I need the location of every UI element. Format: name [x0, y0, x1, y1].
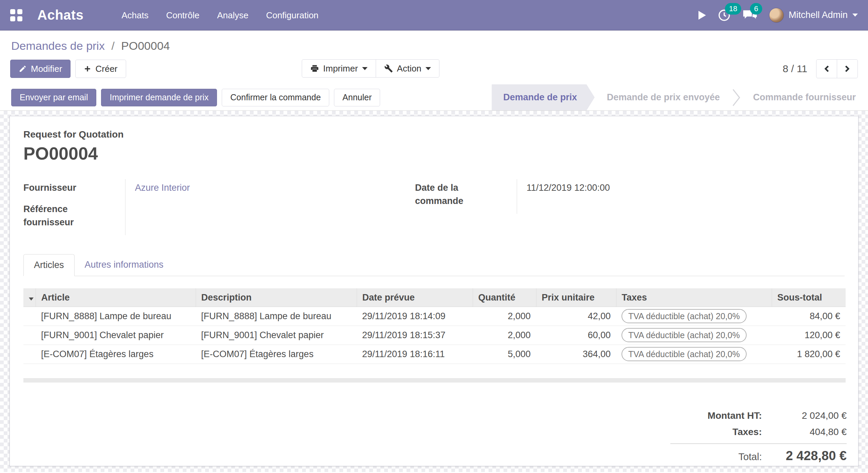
column-header-sous-total[interactable]: Sous-total — [772, 288, 846, 307]
totals-block: Montant HT: 2 024,00 € Taxes: 404,80 € T… — [670, 408, 847, 466]
confirmer-la-commande-button[interactable]: Confirmer la commande — [222, 89, 329, 106]
cell-date[interactable]: 29/11/2019 18:16:11 — [357, 345, 473, 364]
table-row[interactable]: [FURN_9001] Chevalet papier[FURN_9001] C… — [23, 326, 846, 345]
activities-button[interactable]: 18 — [717, 8, 731, 22]
cell-price[interactable]: 60,00 — [536, 326, 616, 345]
nav-menu-analyse[interactable]: Analyse — [210, 0, 256, 30]
wrench-icon — [384, 64, 393, 73]
printer-icon — [310, 64, 319, 73]
annuler-button[interactable]: Annuler — [334, 89, 380, 106]
cell-subtotal[interactable]: 84,00 € — [772, 307, 846, 326]
imprimer-demande-de-prix-button[interactable]: Imprimer demande de prix — [101, 89, 217, 106]
row-handle-header[interactable] — [23, 288, 36, 307]
vendor-ref-label: Référence fournisseur — [23, 201, 125, 235]
table-footer-bar — [23, 378, 846, 383]
taxes-value: 404,80 € — [762, 427, 847, 437]
nav-menu-configuration[interactable]: Configuration — [259, 0, 326, 30]
control-panel: Demandes de prix / PO00004 Modifier Crée… — [0, 30, 868, 78]
document-subtitle: Request for Quotation — [23, 129, 845, 140]
cell-tax[interactable]: TVA déductible (achat) 20,0% — [616, 326, 772, 345]
cell-description[interactable]: [E-COM07] Étagères larges — [196, 345, 357, 364]
column-header-description[interactable]: Description — [196, 288, 357, 307]
status-step-demande-de-prix[interactable]: Demande de prix — [492, 84, 595, 110]
status-step-commande-fournisseur[interactable]: Commande fournisseur — [741, 84, 868, 110]
breadcrumb-parent-link[interactable]: Demandes de prix — [11, 39, 105, 52]
cell-description[interactable]: [FURN_8888] Lampe de bureau — [196, 307, 357, 326]
table-row[interactable]: [E-COM07] Étagères larges[E-COM07] Étagè… — [23, 345, 846, 364]
row-handle-cell[interactable] — [23, 307, 36, 326]
messages-button[interactable]: 6 — [743, 8, 757, 22]
edit-button[interactable]: Modifier — [10, 60, 71, 78]
print-action-group: Imprimer Action — [302, 59, 439, 78]
print-dropdown-button[interactable]: Imprimer — [302, 59, 376, 78]
cell-tax[interactable]: TVA déductible (achat) 20,0% — [616, 345, 772, 364]
cell-article[interactable]: [FURN_9001] Chevalet papier — [36, 326, 196, 345]
apps-grid-icon[interactable] — [10, 9, 22, 21]
pager-previous-button[interactable] — [816, 59, 837, 78]
pencil-icon — [19, 65, 27, 73]
user-menu[interactable]: Mitchell Admin — [769, 8, 858, 23]
cell-tax[interactable]: TVA déductible (achat) 20,0% — [616, 307, 772, 326]
control-buttons-row: Modifier Créer Imprimer Action — [10, 59, 858, 78]
order-date-label: Date de la commande — [415, 179, 517, 214]
vendor-label: Fournisseur — [23, 179, 125, 201]
top-navbar: Achats AchatsContrôleAnalyseConfiguratio… — [0, 0, 868, 30]
column-header-taxes[interactable]: Taxes — [616, 288, 772, 307]
cell-qty[interactable]: 2,000 — [473, 326, 536, 345]
play-tour-button[interactable] — [698, 11, 706, 20]
vendor-value-link[interactable]: Azure Interior — [135, 183, 190, 193]
untaxed-amount-value: 2 024,00 € — [762, 410, 847, 421]
state-chevron-separator-icon — [732, 84, 741, 110]
order-date-value: 11/12/2019 12:00:00 — [517, 179, 845, 214]
cell-date[interactable]: 29/11/2019 18:15:37 — [357, 326, 473, 345]
action-dropdown-button[interactable]: Action — [376, 59, 439, 78]
status-step-demande-de-prix-envoyee[interactable]: Demande de prix envoyée — [595, 84, 732, 110]
total-label: Total: — [738, 451, 762, 462]
field-groups: Fournisseur Azure Interior Référence fou… — [23, 179, 845, 235]
document-title: PO00004 — [23, 143, 845, 164]
column-header-article[interactable]: Article — [36, 288, 196, 307]
message-count-badge: 6 — [750, 3, 762, 15]
avatar — [769, 8, 784, 23]
tax-tag: TVA déductible (achat) 20,0% — [622, 347, 747, 361]
cell-price[interactable]: 42,00 — [536, 307, 616, 326]
app-brand[interactable]: Achats — [37, 7, 83, 23]
field-group-left: Fournisseur Azure Interior Référence fou… — [23, 179, 415, 235]
cell-article[interactable]: [E-COM07] Étagères larges — [36, 345, 196, 364]
row-handle-cell[interactable] — [23, 326, 36, 345]
play-icon — [698, 11, 706, 20]
cell-qty[interactable]: 5,000 — [473, 345, 536, 364]
cell-date[interactable]: 29/11/2019 18:14:09 — [357, 307, 473, 326]
column-header-prix-unitaire[interactable]: Prix unitaire — [536, 288, 616, 307]
total-value: 2 428,80 € — [762, 449, 847, 463]
tax-tag: TVA déductible (achat) 20,0% — [622, 328, 747, 342]
nav-menu: AchatsContrôleAnalyseConfiguration — [114, 0, 326, 30]
column-header-quantite[interactable]: Quantité — [473, 288, 536, 307]
cell-description[interactable]: [FURN_9001] Chevalet papier — [196, 326, 357, 345]
pager-next-button[interactable] — [837, 59, 858, 78]
cell-subtotal[interactable]: 1 820,00 € — [772, 345, 846, 364]
envoyer-par-email-button[interactable]: Envoyer par email — [11, 89, 96, 106]
cell-subtotal[interactable]: 120,00 € — [772, 326, 846, 345]
document-sheet: Request for Quotation PO00004 Fournisseu… — [9, 116, 859, 466]
tab-autres-informations[interactable]: Autres informations — [75, 254, 174, 276]
breadcrumb: Demandes de prix / PO00004 — [11, 39, 858, 53]
table-row[interactable]: [FURN_8888] Lampe de bureau[FURN_8888] L… — [23, 307, 846, 326]
nav-menu-achats[interactable]: Achats — [114, 0, 156, 30]
activity-count-badge: 18 — [725, 3, 741, 15]
cell-price[interactable]: 364,00 — [536, 345, 616, 364]
cell-article[interactable]: [FURN_8888] Lampe de bureau — [36, 307, 196, 326]
nav-menu-controle[interactable]: Contrôle — [159, 0, 207, 30]
column-header-date-prevue[interactable]: Date prévue — [357, 288, 473, 307]
pager-value: 8 / 11 — [783, 63, 807, 75]
row-handle-cell[interactable] — [23, 345, 36, 364]
chevron-right-icon — [843, 65, 850, 72]
taxes-label: Taxes: — [732, 427, 762, 437]
user-name: Mitchell Admin — [789, 10, 848, 20]
create-button[interactable]: Créer — [75, 60, 126, 78]
tab-articles[interactable]: Articles — [23, 254, 75, 276]
untaxed-amount-label: Montant HT: — [708, 410, 762, 421]
statusbar-states: Demande de prixDemande de prix envoyéeCo… — [492, 84, 868, 110]
breadcrumb-separator: / — [111, 39, 114, 52]
cell-qty[interactable]: 2,000 — [473, 307, 536, 326]
